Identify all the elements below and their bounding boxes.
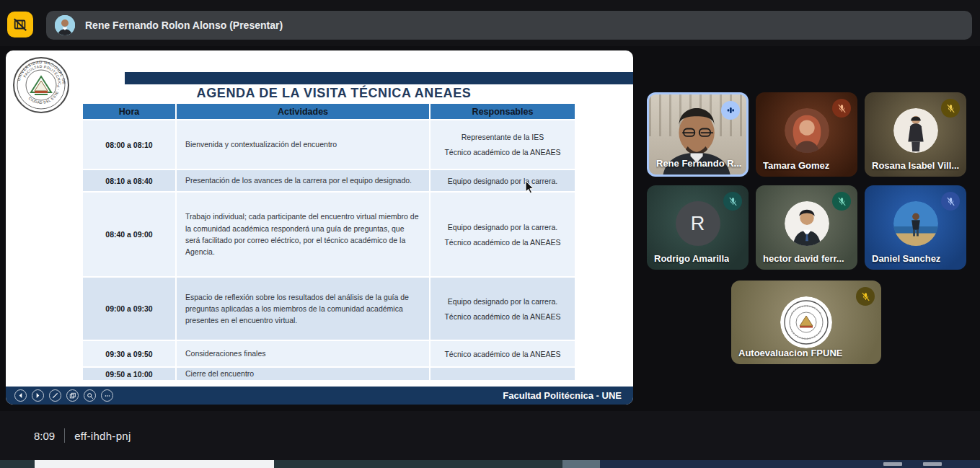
background-window-mark xyxy=(923,462,942,466)
row-hora: 08:10 a 08:40 xyxy=(83,170,175,191)
divider xyxy=(64,428,65,443)
audio-level-icon xyxy=(725,105,736,116)
participant-name: Daniel Sanchez xyxy=(872,253,940,264)
audio-level-indicator xyxy=(721,101,740,120)
prev-slide-button[interactable] xyxy=(14,389,27,402)
row-actividad: Trabajo individual; cada participante de… xyxy=(177,193,429,276)
responsable-line: Técnico académico de la ANEAES xyxy=(444,238,560,247)
row-actividad: Cierre del encuentro xyxy=(177,368,429,380)
participant-tile-daniel[interactable]: Daniel Sanchez xyxy=(865,185,966,270)
mic-off-icon xyxy=(945,196,956,207)
participant-tile-fpune[interactable]: Autoevaluacion FPUNE xyxy=(731,281,881,364)
participant-tile-hector[interactable]: hector david ferr... xyxy=(756,185,857,270)
background-window-segment xyxy=(600,460,980,468)
row-responsables: Equipo designado por la carrera. Técnico… xyxy=(431,278,575,340)
mic-off-badge xyxy=(856,287,875,306)
responsable-line: Técnico académico de la ANEAES xyxy=(444,148,560,156)
avatar xyxy=(893,108,938,153)
meeting-info: 8:09 eff-ihdh-pnj xyxy=(34,411,131,460)
presentation-controls xyxy=(14,389,113,402)
participant-tile-rosana[interactable]: Rosana Isabel Vill... xyxy=(865,92,966,177)
presenter-name-label: Rene Fernando Rolon Alonso (Presentar) xyxy=(85,19,283,31)
zoom-tool-button[interactable] xyxy=(84,389,96,402)
mic-off-icon xyxy=(836,196,847,207)
mic-off-badge xyxy=(941,192,960,211)
responsable-line: Técnico académico de la ANEAES xyxy=(444,350,560,358)
pen-tool-button[interactable] xyxy=(49,389,61,402)
participant-tile-rodrigo[interactable]: R Rodrigo Amarilla xyxy=(647,185,749,270)
presenter-banner[interactable]: Rene Fernando Rolon Alonso (Presentar) xyxy=(46,11,972,40)
shared-screen-slide: UNIVERSIDAD NACIONAL DEL ESTE FACULTAD P… xyxy=(6,50,633,405)
meeting-code-label: eff-ihdh-pnj xyxy=(74,430,131,442)
participant-name: hector david ferr... xyxy=(763,253,844,264)
participant-tile-tamara[interactable]: Tamara Gomez xyxy=(756,92,857,177)
avatar xyxy=(785,201,829,246)
meeting-stage: UNIVERSIDAD NACIONAL DEL ESTE FACULTAD P… xyxy=(0,46,980,411)
mic-off-icon xyxy=(836,103,847,114)
agenda-table: Hora Actividades Responsables 08:00 a 08… xyxy=(83,104,575,380)
copy-slides-button[interactable] xyxy=(66,389,79,402)
row-hora: 08:40 a 09:00 xyxy=(83,193,175,276)
call-control-bar: 8:09 eff-ihdh-pnj xyxy=(0,411,980,460)
mic-off-badge xyxy=(832,192,851,211)
responsable-line: Equipo designado por la carrera. xyxy=(448,297,557,306)
row-actividad: Bienvenida y contextualización del encue… xyxy=(177,120,429,169)
row-actividad: Presentación de los avances de la carrer… xyxy=(177,170,429,191)
next-slide-button[interactable] xyxy=(32,389,44,402)
avatar-seal-logo xyxy=(780,296,832,348)
row-responsables: Representante de la IES Técnico académic… xyxy=(431,120,575,169)
row-actividad: Espacio de reflexión sobre los resultado… xyxy=(177,278,429,340)
mic-off-icon xyxy=(860,291,871,302)
background-window-segment xyxy=(562,460,600,468)
initial-avatar: R xyxy=(676,201,720,246)
row-hora: 09:50 a 10:00 xyxy=(83,368,175,380)
mouse-cursor xyxy=(525,180,537,193)
col-header-hora: Hora xyxy=(83,104,175,119)
row-responsables: Equipo designado por la carrera. Técnico… xyxy=(431,193,575,276)
mic-off-badge xyxy=(832,99,851,118)
participant-name: Rene Fernando R... xyxy=(656,158,741,169)
col-header-actividades: Actividades xyxy=(177,104,429,119)
more-tools-button[interactable] xyxy=(101,389,113,402)
slide-footer-bar: Facultad Politécnica - UNE xyxy=(6,387,633,405)
participant-tile-rene[interactable]: Rene Fernando R... xyxy=(647,92,749,177)
university-seal-logo: UNIVERSIDAD NACIONAL DEL ESTE FACULTAD P… xyxy=(12,56,70,114)
mic-off-icon xyxy=(728,196,738,207)
top-bar: Rene Fernando Rolon Alonso (Presentar) xyxy=(0,0,980,46)
row-responsables: Técnico académico de la ANEAES xyxy=(431,341,575,366)
slide-accent-bar xyxy=(125,72,633,84)
participant-name: Autoevaluacion FPUNE xyxy=(738,348,842,358)
row-actividad: Consideraciones finales xyxy=(177,341,429,366)
mic-off-icon xyxy=(945,103,956,114)
background-window-tab xyxy=(35,460,274,468)
mic-off-badge xyxy=(723,192,742,211)
background-window-edge xyxy=(0,460,980,468)
participant-name: Rosana Isabel Vill... xyxy=(872,160,959,171)
responsable-line: Representante de la IES xyxy=(462,133,544,141)
responsable-line: Técnico académico de la ANEAES xyxy=(444,312,560,321)
presenter-avatar xyxy=(55,15,75,35)
responsable-line: Equipo designado por la carrera. xyxy=(448,223,557,231)
row-responsables xyxy=(431,368,575,380)
slide-footer-text: Facultad Politécnica - UNE xyxy=(503,390,622,401)
clock-label: 8:09 xyxy=(34,430,55,442)
row-hora: 09:00 a 09:30 xyxy=(83,278,175,340)
presentation-paused-icon xyxy=(12,17,28,32)
mic-off-badge xyxy=(941,99,960,118)
avatar xyxy=(785,108,829,153)
avatar xyxy=(893,201,938,246)
google-meet-window: Rene Fernando Rolon Alonso (Presentar) U… xyxy=(0,0,980,468)
participant-name: Tamara Gomez xyxy=(763,160,829,171)
row-responsables: Equipo designado por la carrera. xyxy=(431,170,575,191)
presentation-paused-button[interactable] xyxy=(7,12,33,37)
participant-name: Rodrigo Amarilla xyxy=(654,253,729,264)
row-hora: 08:00 a 08:10 xyxy=(83,120,175,169)
responsable-line: Equipo designado por la carrera. xyxy=(448,177,557,185)
background-window-mark xyxy=(883,462,902,466)
col-header-responsables: Responsables xyxy=(431,104,575,119)
row-hora: 09:30 a 09:50 xyxy=(83,341,175,366)
slide-title: AGENDA DE LA VISITA TÉCNICA ANEAES xyxy=(100,86,568,101)
